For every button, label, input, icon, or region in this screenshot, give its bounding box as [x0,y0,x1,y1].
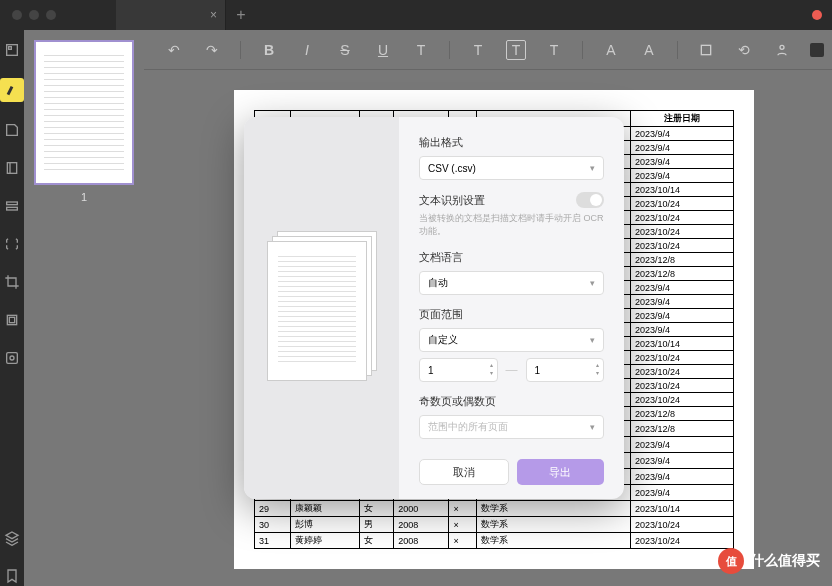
svg-rect-7 [9,317,14,322]
bookmark-panel-icon[interactable] [2,158,22,178]
svg-point-9 [10,356,14,360]
svg-rect-8 [7,353,18,364]
watermark-badge: 值 [718,548,744,574]
ocr-icon[interactable] [2,234,22,254]
svg-rect-4 [7,202,18,205]
stepper-icon[interactable]: ▴▾ [596,361,599,377]
window-dot[interactable] [12,10,22,20]
document-tab[interactable]: × [116,0,226,30]
range-from-input[interactable]: 1 ▴▾ [419,358,498,382]
left-sidebar [0,30,24,586]
stepper-icon[interactable]: ▴▾ [490,361,493,377]
svg-rect-5 [7,207,18,210]
thumbnails-icon[interactable] [2,40,22,60]
stamp-icon[interactable] [2,310,22,330]
close-window-icon[interactable] [812,10,822,20]
form-icon[interactable] [2,196,22,216]
svg-rect-1 [9,47,12,50]
titlebar: × + [0,0,832,30]
layers-icon[interactable] [2,528,22,548]
export-button[interactable]: 导出 [517,459,605,485]
bookmark-icon[interactable] [2,566,22,586]
range-to-input[interactable]: 1 ▴▾ [526,358,605,382]
lang-select[interactable]: 自动▾ [419,271,604,295]
crop-icon[interactable] [2,272,22,292]
chevron-down-icon: ▾ [590,163,595,173]
close-tab-icon[interactable]: × [210,8,217,22]
output-format-select[interactable]: CSV (.csv)▾ [419,156,604,180]
ocr-label: 文本识别设置 [419,193,485,208]
annotate-icon[interactable] [2,120,22,140]
chevron-down-icon: ▾ [590,422,595,432]
highlight-icon[interactable] [0,78,24,102]
window-dot[interactable] [29,10,39,20]
range-label: 页面范围 [419,307,604,322]
redact-icon[interactable] [2,348,22,368]
lang-label: 文档语言 [419,250,604,265]
add-tab-button[interactable]: + [226,0,256,30]
output-format-label: 输出格式 [419,135,604,150]
parity-label: 奇数页或偶数页 [419,394,604,409]
export-modal-overlay: 输出格式 CSV (.csv)▾ 文本识别设置 当被转换的文档是扫描文档时请手动… [24,30,832,586]
window-dot[interactable] [46,10,56,20]
parity-select[interactable]: 范围中的所有页面▾ [419,415,604,439]
export-modal: 输出格式 CSV (.csv)▾ 文本识别设置 当被转换的文档是扫描文档时请手动… [244,117,624,499]
range-select[interactable]: 自定义▾ [419,328,604,352]
chevron-down-icon: ▾ [590,278,595,288]
ocr-hint: 当被转换的文档是扫描文档时请手动开启 OCR 功能。 [419,212,604,238]
chevron-down-icon: ▾ [590,335,595,345]
ocr-toggle[interactable] [576,192,604,208]
cancel-button[interactable]: 取消 [419,459,509,485]
modal-preview [244,117,399,499]
watermark: 值 什么值得买 [718,548,820,574]
svg-rect-2 [7,163,16,174]
